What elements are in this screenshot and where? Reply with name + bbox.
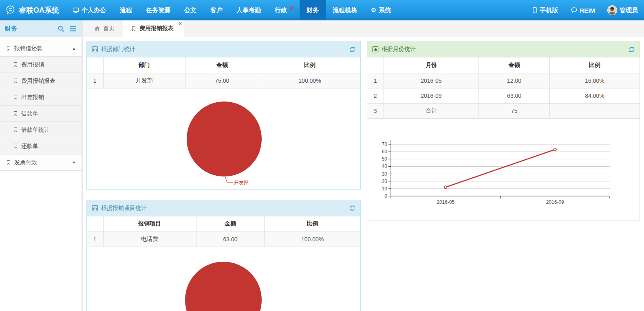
svg-text:2016-05: 2016-05 bbox=[437, 199, 454, 205]
nav-item-task-resources[interactable]: 任务资源 bbox=[139, 0, 177, 20]
department-table: 部门 金额 比例 1 开发部 75.00 100.00% bbox=[87, 57, 360, 88]
mobile-version-button[interactable]: 手机版 bbox=[526, 0, 565, 20]
hamburger-menu-icon[interactable] bbox=[70, 26, 77, 32]
nav-item-finance[interactable]: 财务 bbox=[300, 0, 326, 20]
app-title: 睿联OA系统 bbox=[19, 5, 59, 15]
home-icon bbox=[94, 26, 100, 31]
chat-icon bbox=[571, 7, 578, 13]
bookmark-icon bbox=[13, 94, 18, 100]
table-header-row: 月份 金额 比例 bbox=[367, 57, 640, 73]
panel-department-heading: 根据部门统计 bbox=[87, 41, 360, 57]
caret-down-icon: ▼ bbox=[72, 161, 76, 165]
sidebar-header: 财务 bbox=[0, 20, 82, 37]
nav-item-workflow-module[interactable]: 流程模块 bbox=[326, 0, 364, 20]
svg-text:20: 20 bbox=[382, 178, 388, 184]
sidebar-item-loan-stats[interactable]: 借款单统计 bbox=[0, 122, 82, 138]
main-menu: 个人办公 流程 任务资源 公文 客户 人事考勤 行政 财务 流程模块 ⚙ 系统 bbox=[66, 0, 398, 20]
app-logo[interactable]: 睿联OA系统 bbox=[0, 0, 66, 20]
svg-text:0: 0 bbox=[384, 193, 387, 199]
bookmark-icon bbox=[131, 26, 137, 32]
search-icon[interactable] bbox=[57, 25, 64, 32]
bookmark-icon bbox=[13, 127, 18, 133]
month-table: 月份 金额 比例 1 2016-05 12.00 16.00% bbox=[367, 57, 640, 119]
top-navbar: 睿联OA系统 个人办公 流程 任务资源 公文 客户 人事考勤 bbox=[0, 0, 644, 20]
chat-bubble-logo-icon bbox=[5, 5, 15, 15]
sidebar-item-expense-loan-group[interactable]: 报销借还款 ▲ bbox=[0, 40, 82, 57]
bookmark-icon bbox=[13, 143, 18, 149]
notification-dot bbox=[290, 7, 293, 10]
expense-item-table: 报销项目 金额 比例 1 电话费 63.00 100.00% bbox=[87, 216, 360, 247]
nav-item-workflow[interactable]: 流程 bbox=[113, 0, 139, 20]
sidebar-item-expense-reimburse[interactable]: 费用报销 bbox=[0, 57, 82, 73]
pie-chart-expense-item bbox=[87, 247, 360, 311]
svg-text:2016-09: 2016-09 bbox=[546, 199, 564, 205]
pie-chart-department: 开发部 bbox=[87, 88, 360, 189]
caret-up-icon: ▲ bbox=[72, 46, 76, 51]
table-row: 3 合计 75 bbox=[367, 103, 640, 118]
nav-item-hr-attendance[interactable]: 人事考勤 bbox=[229, 0, 268, 20]
table-row: 1 电话费 63.00 100.00% bbox=[87, 232, 360, 247]
navbar-right: 手机版 REIM 管理员 bbox=[526, 0, 644, 20]
sidebar-menu: 报销借还款 ▲ 费用报销 费用报销报表 出差报销 bbox=[0, 40, 82, 171]
svg-text:70: 70 bbox=[382, 141, 388, 147]
panel-department-stats: 根据部门统计 bbox=[86, 41, 361, 190]
bar-chart-icon bbox=[372, 46, 379, 53]
panel-expense-item-stats: 根据报销项目统计 bbox=[86, 200, 361, 311]
bar-chart-icon bbox=[92, 46, 98, 53]
svg-text:60: 60 bbox=[382, 149, 388, 154]
admin-user-menu[interactable]: 管理员 bbox=[601, 0, 644, 20]
reim-button[interactable]: REIM bbox=[565, 0, 602, 20]
monitor-icon bbox=[73, 7, 79, 13]
panel-month-stats: 根据月份统计 bbox=[367, 41, 640, 221]
nav-item-system[interactable]: ⚙ 系统 bbox=[364, 0, 398, 20]
panel-month-heading: 根据月份统计 bbox=[367, 41, 640, 57]
sidebar-title: 财务 bbox=[5, 25, 17, 33]
table-row: 2 2016-09 63.00 84.00% bbox=[367, 88, 640, 103]
sidebar-item-invoice-payment-group[interactable]: 发票付款 ▼ bbox=[0, 154, 82, 171]
bar-chart-icon bbox=[92, 205, 98, 212]
table-header-row: 部门 金额 比例 bbox=[87, 57, 360, 73]
close-tab-icon[interactable]: × bbox=[179, 21, 182, 26]
tab-bar: 首页 费用报销报表 × bbox=[83, 20, 644, 37]
panel-title: 根据月份统计 bbox=[382, 46, 416, 53]
sidebar-item-expense-report[interactable]: 费用报销报表 bbox=[0, 73, 82, 89]
tab-expense-report[interactable]: 费用报销报表 × bbox=[123, 20, 184, 37]
nav-item-administration[interactable]: 行政 bbox=[268, 0, 300, 20]
sidebar-item-travel-reimburse[interactable]: 出差报销 bbox=[0, 89, 82, 106]
phone-icon bbox=[532, 7, 538, 13]
sidebar-item-repayment-form[interactable]: 还款单 bbox=[0, 138, 82, 154]
panel-title: 根据报销项目统计 bbox=[101, 205, 147, 212]
bookmark-icon bbox=[13, 110, 18, 117]
bookmark-icon bbox=[6, 159, 11, 165]
svg-text:开发部: 开发部 bbox=[234, 180, 249, 185]
avatar bbox=[607, 5, 617, 15]
table-row: 1 开发部 75.00 100.00% bbox=[87, 73, 360, 88]
svg-text:10: 10 bbox=[382, 185, 388, 191]
line-chart-month: 0102030405060702016-052016-09 bbox=[367, 119, 640, 220]
sidebar-item-loan-form[interactable]: 借款单 bbox=[0, 106, 82, 122]
bookmark-icon bbox=[6, 45, 11, 51]
nav-item-customers[interactable]: 客户 bbox=[203, 0, 229, 20]
table-row: 1 2016-05 12.00 16.00% bbox=[367, 73, 640, 88]
panel-expense-item-heading: 根据报销项目统计 bbox=[87, 200, 360, 216]
refresh-icon[interactable] bbox=[349, 46, 355, 53]
bookmark-icon bbox=[13, 78, 18, 84]
svg-text:50: 50 bbox=[382, 156, 388, 162]
finance-sidebar: 财务 bbox=[0, 20, 83, 311]
table-header-row: 报销项目 金额 比例 bbox=[87, 216, 360, 232]
tab-home[interactable]: 首页 bbox=[86, 20, 122, 37]
panel-title: 根据部门统计 bbox=[101, 46, 135, 53]
svg-text:30: 30 bbox=[382, 171, 388, 176]
refresh-icon[interactable] bbox=[349, 205, 355, 211]
refresh-icon[interactable] bbox=[629, 46, 635, 53]
gear-icon: ⚙ bbox=[371, 7, 376, 14]
nav-item-personal-office[interactable]: 个人办公 bbox=[66, 0, 113, 20]
bookmark-icon bbox=[13, 62, 18, 68]
nav-item-documents[interactable]: 公文 bbox=[177, 0, 203, 20]
svg-text:40: 40 bbox=[382, 163, 388, 169]
